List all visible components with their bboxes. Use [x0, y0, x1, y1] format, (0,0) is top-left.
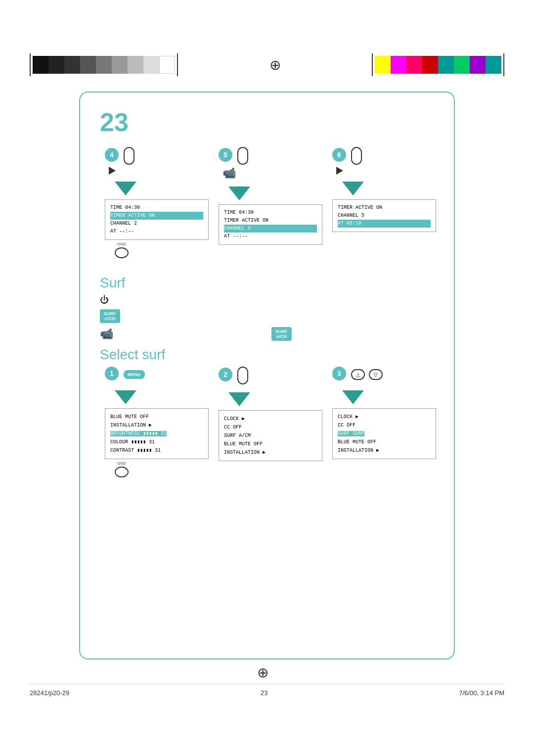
ss2-line5: INSTALLATION ▶	[224, 450, 266, 455]
gs-bar-4	[80, 56, 96, 74]
ss1-line3: BRIGHTNESS ▮▮▮▮▮ 31	[110, 431, 167, 436]
ss3-line2: CC OFF	[338, 423, 356, 428]
ach-label-right: A/CH	[276, 334, 287, 339]
surf-ach-row: SURF A/CH	[100, 309, 434, 323]
ss-col-2: 2 CLOCK ▶ CC OFF SURF A/CM BLUE MUTE OFF…	[214, 367, 327, 479]
gs-bar-5	[96, 56, 112, 74]
remote-icon-ss2	[237, 367, 248, 384]
ss-step-2: 2	[219, 368, 232, 381]
surf-title: Surf	[100, 275, 434, 291]
osd-circle-4	[115, 247, 129, 258]
step-4-number: 4	[105, 148, 119, 162]
footer-divider	[30, 684, 504, 684]
osd-btn-ss1[interactable]: OSD	[115, 461, 129, 477]
crosshair-center: ⊕	[269, 57, 281, 73]
color-bars	[375, 56, 501, 74]
screen5-line3: CHANNEL 5	[224, 225, 317, 233]
step-5-col: 5 📹 TIME 04:30 TIMER ACTIVE ON CHANNEL 5…	[214, 147, 327, 260]
grayscale-bars	[33, 56, 175, 74]
surf-camera-row: 📹 SURF A/CH	[100, 327, 434, 341]
tv-screen-6: TIMER ACTIVE ON CHANNEL 5 AT 06:10	[332, 199, 436, 232]
color-bar-magenta	[391, 56, 406, 74]
arrow-down-5	[228, 187, 250, 200]
ss1-line5: CONTRAST ▮▮▮▮▮ 31	[110, 448, 161, 453]
right-tick-gs	[177, 53, 178, 76]
color-bar-yellow	[375, 56, 391, 74]
footer-date: 7/6/00, 3:14 PM	[459, 689, 504, 697]
ss3-line1: CLOCK ▶	[338, 414, 358, 420]
screen6-line3: AT 06:10	[338, 220, 431, 228]
osd-circle-ss1	[115, 467, 129, 477]
color-bar-green	[454, 56, 470, 74]
ss-col-1: 1 MENU BLUE MUTE OFF INSTALLATION ▶ BRIG…	[100, 367, 214, 479]
screen4-line2: TIMER ACTIVE ON	[110, 212, 203, 220]
step-6-number: 6	[332, 148, 346, 162]
color-bar-purple	[470, 56, 486, 74]
camera-icon-5: 📹	[222, 167, 236, 180]
ss1-line2: INSTALLATION ▶	[110, 423, 152, 428]
crosshair-bottom-left: ⊕	[257, 664, 268, 681]
ss1-line4: COLOUR ▮▮▮▮▮ 31	[110, 439, 155, 445]
footer-page-num: 23	[261, 689, 267, 697]
ach-label: A/CH	[104, 316, 115, 321]
remote-icon-4	[124, 147, 134, 165]
arrow-down-ss3	[342, 390, 364, 404]
ach-button-right[interactable]: SURF A/CH	[271, 327, 292, 341]
gs-bar-6	[112, 56, 128, 74]
osd-label-4: OSD	[117, 242, 126, 246]
screen4-line3: CHANNEL 2	[110, 221, 137, 226]
page-number: 23	[100, 107, 434, 137]
ach-top-right: SURF	[275, 329, 288, 334]
main-content-box: 23 4 TIME 04:30 TIMER ACTIVE ON CHANNEL …	[79, 92, 455, 660]
screen4-line4: AT --:--	[110, 229, 134, 234]
vol-icon-4	[109, 167, 116, 175]
screen6-line2: CHANNEL 5	[338, 213, 364, 218]
footer-doc-ref: 28241/p20-29	[30, 689, 69, 697]
vol-icon-6	[336, 167, 343, 175]
color-bar-teal	[438, 56, 454, 74]
surf-controls-row: ⏻	[100, 295, 434, 305]
ss3-line5: INSTALLATION ▶	[338, 448, 379, 453]
screen6-line1: TIMER ACTIVE ON	[338, 205, 382, 210]
tv-screen-ss1: BLUE MUTE OFF INSTALLATION ▶ BRIGHTNESS …	[105, 408, 209, 459]
gs-bar-8	[143, 56, 159, 74]
surf-section: Surf ⏻ SURF A/CH 📹 SURF A/CH Select surf	[100, 275, 434, 479]
nav-arrows-ss3: △ ▽	[351, 369, 383, 380]
ss-step-1: 1	[105, 367, 119, 380]
arrow-down-ss1	[115, 390, 136, 404]
left-tick-color	[372, 53, 373, 76]
color-bar-pink	[406, 56, 422, 74]
footer: 28241/p20-29 23 7/6/00, 3:14 PM	[30, 689, 504, 697]
screen5-line1: TIME 04:30	[224, 210, 254, 215]
ss2-line1: CLOCK ▶	[224, 416, 245, 422]
step-4-col: 4 TIME 04:30 TIMER ACTIVE ON CHANNEL 2 A…	[100, 147, 214, 260]
ss1-line1: BLUE MUTE OFF	[110, 414, 149, 420]
arrow-down-ss2	[228, 392, 250, 406]
color-bar-teal2	[486, 56, 501, 74]
ach-button-surf[interactable]: SURF A/CH	[100, 309, 120, 323]
camera-icon-surf: 📹	[100, 328, 113, 340]
osd-label-ss1: OSD	[117, 461, 126, 466]
step-5-number: 5	[219, 148, 232, 162]
arrow-down-6	[342, 182, 364, 195]
ss3-line4: BLUE MUTE OFF	[338, 439, 376, 445]
tv-screen-4: TIME 04:30 TIMER ACTIVE ON CHANNEL 2 AT …	[105, 199, 209, 240]
color-bars-top: ⊕	[0, 53, 534, 76]
gs-bar-7	[128, 56, 143, 74]
select-surf-title: Select surf	[100, 347, 434, 363]
ss-step-3: 3	[332, 367, 346, 380]
menu-button-1[interactable]: MENU	[124, 370, 145, 379]
select-surf-steps: 1 MENU BLUE MUTE OFF INSTALLATION ▶ BRIG…	[100, 367, 434, 479]
screen4-line1: TIME 04:30	[110, 205, 140, 210]
ss2-line4: BLUE MUTE OFF	[224, 441, 263, 447]
left-tick	[30, 53, 31, 76]
ss2-line2: CC OFF	[224, 425, 242, 430]
gs-bar-3	[64, 56, 80, 74]
nav-up: △	[351, 369, 365, 380]
screen5-line2: TIMER ACTIVE ON	[224, 218, 268, 223]
osd-btn-4[interactable]: OSD	[115, 242, 129, 258]
ss3-line3: SURF SURF	[338, 431, 364, 436]
gs-bar-1	[33, 56, 48, 74]
remote-icon-5	[237, 147, 248, 165]
tv-screen-5: TIME 04:30 TIMER ACTIVE ON CHANNEL 5 AT …	[219, 204, 322, 245]
